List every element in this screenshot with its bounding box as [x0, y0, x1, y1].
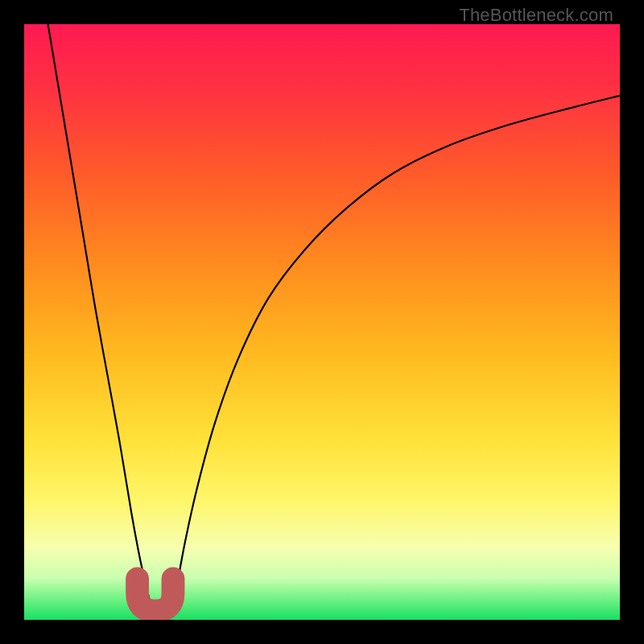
- left-branch-curve: [48, 24, 155, 617]
- plot-area: [24, 24, 620, 620]
- u-marker: [138, 579, 173, 611]
- dot-marker: [168, 596, 180, 608]
- right-branch-curve: [170, 96, 620, 617]
- markers-group: [138, 579, 180, 611]
- watermark-text: TheBottleneck.com: [459, 5, 613, 26]
- frame: TheBottleneck.com: [0, 0, 644, 644]
- curves-layer: [24, 24, 620, 620]
